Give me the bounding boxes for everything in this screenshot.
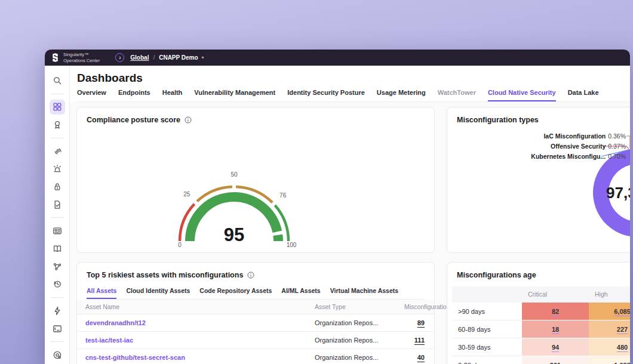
- age-value-cell: 227: [589, 320, 630, 338]
- asset-tab-all-assets[interactable]: All Assets: [87, 287, 116, 299]
- age-count-link[interactable]: 227: [617, 326, 628, 333]
- gauge-value: 95: [224, 224, 244, 245]
- tab-watchtower[interactable]: WatchTower: [438, 89, 476, 101]
- sidebar-item-dashboards[interactable]: [50, 100, 65, 115]
- sidebar-item-alarm[interactable]: [50, 162, 65, 177]
- badge-icon: [53, 120, 62, 129]
- dashboards-icon: [53, 102, 62, 112]
- age-value-cell: 1,088: [589, 356, 630, 364]
- search-icon: [53, 76, 62, 85]
- age-row-label: >90 days: [452, 303, 522, 320]
- sidebar-item-badge[interactable]: [50, 117, 65, 132]
- dashboard-tabs: OverviewEndpointsHealthVulnerability Man…: [77, 89, 630, 102]
- graph-icon: [53, 262, 62, 272]
- sidebar-item-support[interactable]: [50, 347, 65, 363]
- library-icon: [53, 244, 62, 254]
- sentinelone-logo-icon: [51, 53, 60, 62]
- riskiest-assets-table: Asset Name Asset Type Misconfigurationsd…: [77, 300, 434, 364]
- age-value-cell: 301: [522, 356, 589, 364]
- rail-divider: [51, 94, 64, 94]
- history-icon: [53, 279, 62, 289]
- age-count-link[interactable]: 301: [550, 362, 561, 364]
- rail-divider: [51, 297, 64, 298]
- info-icon[interactable]: [247, 272, 254, 279]
- age-count-link[interactable]: 6,085: [614, 308, 630, 315]
- age-count-link[interactable]: 94: [552, 344, 559, 351]
- tab-health[interactable]: Health: [162, 89, 183, 101]
- donut-callout-label: IaC Misconfiguration0.36%: [447, 132, 626, 140]
- asset-tab-code-repository-assets[interactable]: Code Repository Assets: [199, 287, 272, 299]
- svg-text:0: 0: [178, 242, 182, 248]
- table-row: test-iac/test-iac Organization Repos... …: [77, 332, 434, 349]
- compliance-card-title: Compliance posture score: [87, 116, 180, 124]
- info-icon[interactable]: [185, 116, 192, 124]
- chevron-down-icon[interactable]: ▾: [202, 55, 204, 60]
- sidebar-item-scan[interactable]: [50, 144, 65, 159]
- automation-icon: [53, 306, 62, 316]
- tab-usage-metering[interactable]: Usage Metering: [377, 89, 426, 101]
- tab-vulnerability-management[interactable]: Vulnerability Management: [194, 89, 275, 101]
- age-count-link[interactable]: 82: [552, 308, 559, 315]
- sidebar-item-search[interactable]: [50, 73, 65, 88]
- breadcrumb-context[interactable]: CNAPP Demo: [159, 54, 198, 61]
- age-row-label: 30-59 days: [452, 338, 522, 356]
- sidebar-item-history[interactable]: [50, 276, 65, 292]
- asset-name-link[interactable]: test-iac/test-iac: [85, 337, 133, 344]
- rail-divider: [51, 138, 64, 138]
- asset-tab-ai-ml-assets[interactable]: AI/ML Assets: [281, 287, 320, 299]
- donut-callout-label: Offensive Security0.37%: [447, 143, 626, 150]
- sidebar-item-library[interactable]: [50, 241, 65, 257]
- sidebar-item-identity[interactable]: [50, 223, 65, 239]
- asset-type: Organization Repos...: [315, 319, 404, 326]
- left-icon-rail: [45, 66, 70, 364]
- age-row-label: 60-89 days: [452, 320, 522, 338]
- compliance-posture-card: Compliance posture score 025507610095: [76, 107, 435, 253]
- report-icon: [53, 200, 62, 209]
- age-value-cell: 6,085: [589, 303, 630, 320]
- app-window: Singularity™ Operations Center › Global …: [45, 50, 630, 364]
- misconfigurations-age-heatmap: CriticalHigh>90 days826,08560-89 days182…: [452, 286, 630, 364]
- col-asset-name: Asset Name: [77, 303, 315, 310]
- sidebar-item-console[interactable]: [50, 321, 65, 337]
- age-count-link[interactable]: 1,088: [614, 362, 630, 364]
- sidebar-item-report[interactable]: [50, 197, 65, 212]
- tab-endpoints[interactable]: Endpoints: [118, 89, 150, 101]
- age-value-cell: 82: [522, 303, 589, 320]
- asset-tab-cloud-identity-assets[interactable]: Cloud Identity Assets: [126, 287, 190, 299]
- tab-identity-security-posture[interactable]: Identity Security Posture: [287, 89, 365, 101]
- age-count-link[interactable]: 480: [617, 344, 628, 351]
- nav-expand-button[interactable]: ›: [115, 53, 124, 62]
- rail-divider: [51, 217, 64, 218]
- breadcrumb-scope[interactable]: Global: [130, 54, 149, 61]
- age-row-label: 0-29 days: [452, 356, 522, 364]
- col-asset-type: Asset Type: [315, 303, 404, 310]
- misconfiguration-count-link[interactable]: 40: [417, 354, 425, 361]
- sidebar-item-graph[interactable]: [50, 259, 65, 274]
- svg-text:100: 100: [287, 242, 297, 248]
- asset-name-link[interactable]: devendranadhn/t12: [85, 319, 146, 326]
- dashboard-board: Compliance posture score 025507610095 Mi…: [70, 102, 630, 364]
- asset-name-link[interactable]: cns-test-github/test-secret-scan: [85, 354, 185, 361]
- misconfiguration-count-link[interactable]: 89: [417, 319, 425, 326]
- sidebar-item-lock[interactable]: [50, 179, 65, 195]
- svg-text:76: 76: [279, 192, 287, 199]
- table-row: devendranadhn/t12 Organization Repos... …: [77, 314, 434, 332]
- tab-cloud-native-security[interactable]: Cloud Native Security: [488, 89, 556, 101]
- asset-filter-tabs: All AssetsCloud Identity AssetsCode Repo…: [87, 287, 425, 300]
- age-count-link[interactable]: 18: [552, 326, 559, 333]
- age-value-cell: 18: [522, 320, 589, 338]
- misconfiguration-count-link[interactable]: 111: [414, 337, 425, 344]
- page-title: Dashboards: [77, 72, 630, 85]
- sidebar-item-automation[interactable]: [50, 303, 65, 319]
- age-value-cell: 480: [589, 338, 630, 356]
- asset-tab-virtual-machine-assets[interactable]: Virtual Machine Assets: [330, 287, 398, 299]
- misconfigurations-age-card: Misconfigurations age CriticalHigh>90 da…: [447, 262, 630, 364]
- content-area: Dashboards OverviewEndpointsHealthVulner…: [70, 66, 630, 364]
- asset-type: Organization Repos...: [315, 354, 404, 361]
- brand-text: Singularity™ Operations Center: [63, 52, 100, 64]
- tab-overview[interactable]: Overview: [77, 89, 106, 101]
- age-header-corner: [452, 286, 522, 303]
- support-icon: [53, 350, 62, 360]
- tab-data-lake[interactable]: Data Lake: [568, 89, 599, 101]
- lock-icon: [53, 182, 62, 192]
